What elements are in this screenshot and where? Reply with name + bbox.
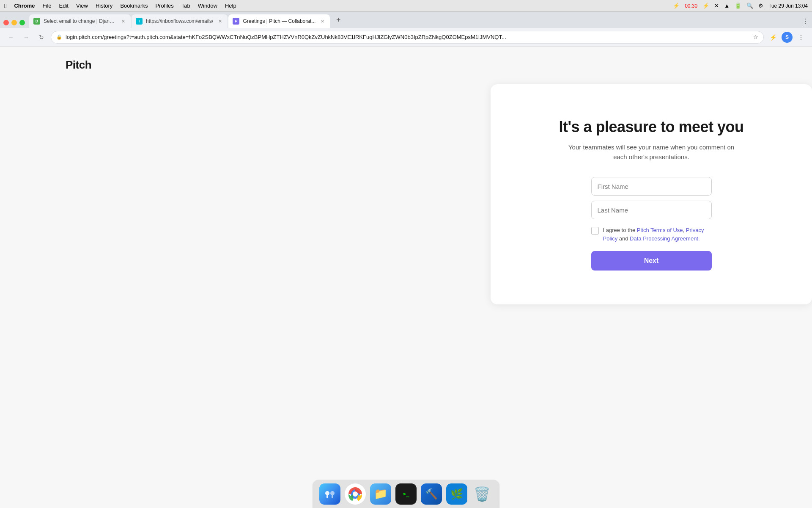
nav-right: ⚡ S ⋮	[767, 31, 807, 43]
terms-text: I agree to the Pitch Terms of Use, Priva…	[603, 226, 712, 243]
tab-label-pitch: Greetings | Pitch — Collaborat...	[243, 18, 315, 24]
menubar-profiles[interactable]: Profiles	[155, 3, 173, 9]
extensions-button[interactable]: ⚡	[767, 31, 779, 43]
terms-checkbox[interactable]	[591, 227, 599, 235]
menubar:  Chrome File Edit View History Bookmark…	[0, 0, 812, 12]
menubar-window[interactable]: Window	[198, 3, 217, 9]
tab-django[interactable]: D Select email to change | Djang... ✕	[29, 14, 131, 28]
tab-close-django[interactable]: ✕	[120, 18, 126, 25]
svg-point-6	[353, 491, 358, 497]
svg-point-0	[325, 491, 329, 495]
lock-icon: 🔒	[56, 34, 62, 40]
dock-sourcetree[interactable]: 🌿	[446, 483, 467, 505]
menubar-tab[interactable]: Tab	[181, 3, 190, 9]
tab-pitch[interactable]: P Greetings | Pitch — Collaborat... ✕	[228, 14, 330, 28]
page-content: Pitch It's a pleasure to meet you Your t…	[0, 47, 812, 508]
dock-trash[interactable]: 🗑️	[472, 483, 493, 505]
dock-xcode[interactable]: 🔨	[421, 483, 442, 505]
terms-of-use-link[interactable]: Pitch Terms of Use	[637, 227, 683, 233]
close-window-btn[interactable]	[3, 20, 9, 25]
thunder-icon: ⚡	[702, 3, 709, 9]
form-title: It's a pleasure to meet you	[559, 118, 743, 136]
svg-rect-2	[326, 495, 328, 498]
dock: 📁 >_ 🔨 🌿 🗑️	[312, 479, 500, 508]
page-wrapper: Pitch It's a pleasure to meet you Your t…	[0, 47, 812, 508]
battery-flash-icon: ⚡	[673, 3, 680, 9]
address-bar[interactable]: 🔒 login.pitch.com/greetings?t=auth.pitch…	[51, 31, 764, 44]
form-card: It's a pleasure to meet you Your teammat…	[491, 84, 812, 304]
terms-comma: ,	[683, 227, 686, 233]
nav-bar: ← → ↻ 🔒 login.pitch.com/greetings?t=auth…	[0, 28, 812, 47]
maximize-window-btn[interactable]	[19, 20, 25, 25]
dock-terminal[interactable]: >_	[395, 483, 417, 505]
menubar-app-name[interactable]: Chrome	[14, 3, 35, 9]
menubar-history[interactable]: History	[96, 3, 112, 9]
menubar-bookmarks[interactable]: Bookmarks	[120, 3, 148, 9]
pitch-logo: Pitch	[66, 58, 812, 72]
forward-button[interactable]: →	[20, 31, 32, 43]
tab-favicon-pitch: P	[233, 18, 239, 25]
tab-favicon-inboxflows: I	[136, 18, 143, 25]
search-icon[interactable]: 🔍	[746, 3, 753, 9]
dock-chrome[interactable]	[345, 483, 366, 505]
minimize-window-btn[interactable]	[11, 20, 17, 25]
menubar-edit[interactable]: Edit	[59, 3, 69, 9]
new-tab-button[interactable]: +	[332, 14, 344, 26]
tab-bar: D Select email to change | Djang... ✕ I …	[0, 12, 812, 28]
tab-close-pitch[interactable]: ✕	[319, 18, 326, 25]
apple-menu[interactable]: 	[4, 2, 6, 9]
tab-label-inboxflows: https://inboxflows.com/emails/	[146, 18, 213, 24]
svg-point-1	[330, 491, 335, 495]
tab-close-inboxflows[interactable]: ✕	[217, 18, 223, 25]
menubar-help[interactable]: Help	[225, 3, 236, 9]
dock-files[interactable]: 📁	[370, 483, 391, 505]
refresh-button[interactable]: ↻	[36, 31, 47, 43]
tab-inboxflows[interactable]: I https://inboxflows.com/emails/ ✕	[132, 14, 228, 28]
browser-window: D Select email to change | Djang... ✕ I …	[0, 12, 812, 508]
chrome-menu-button[interactable]: ⋮	[795, 31, 807, 43]
dpa-link[interactable]: Data Processing Agreement.	[630, 235, 700, 242]
control-center-icon[interactable]: ⚙	[758, 3, 763, 9]
wifi-icon: ▲	[724, 3, 730, 9]
tab-favicon-django: D	[33, 18, 40, 25]
menubar-file[interactable]: File	[43, 3, 52, 9]
battery-time: 00:30	[685, 3, 697, 9]
profile-avatar[interactable]: S	[782, 32, 793, 43]
terms-row: I agree to the Pitch Terms of Use, Priva…	[591, 226, 712, 243]
menubar-left:  Chrome File Edit View History Bookmark…	[4, 2, 236, 9]
dock-finder[interactable]	[319, 483, 340, 505]
url-text: login.pitch.com/greetings?t=auth.pitch.c…	[66, 34, 750, 40]
first-name-input[interactable]	[591, 177, 712, 196]
bluetooth-icon: ✕	[714, 3, 719, 9]
form-subtitle: Your teammates will see your name when y…	[567, 143, 736, 162]
terms-and: and	[617, 235, 630, 242]
menubar-right: ⚡ 00:30 ⚡ ✕ ▲ 🔋 🔍 ⚙ Tue 29 Jun 13:04	[673, 3, 808, 9]
next-button[interactable]: Next	[591, 251, 712, 271]
tab-list-icon[interactable]: ⋮	[802, 17, 809, 25]
battery-icon: 🔋	[735, 3, 741, 9]
bookmark-star-icon[interactable]: ☆	[753, 34, 758, 40]
time-display: Tue 29 Jun 13:04	[768, 3, 808, 9]
svg-rect-3	[332, 495, 333, 498]
menubar-view[interactable]: View	[76, 3, 88, 9]
tab-label-django: Select email to change | Djang...	[44, 18, 116, 24]
last-name-input[interactable]	[591, 201, 712, 219]
next-button-label: Next	[644, 257, 659, 264]
back-button[interactable]: ←	[5, 31, 17, 43]
terms-text-before: I agree to the	[603, 227, 637, 233]
tab-bar-right: ⋮	[802, 17, 809, 25]
